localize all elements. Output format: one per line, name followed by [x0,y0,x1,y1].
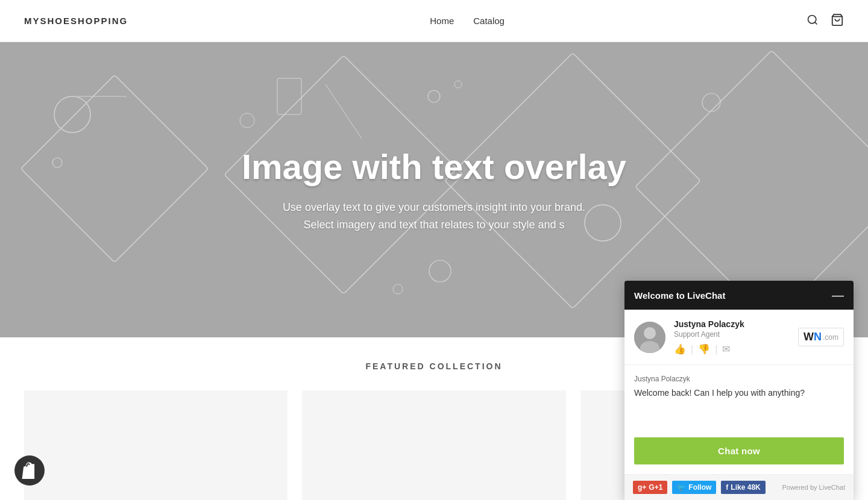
site-header: MYSHOESHOPPING Home Catalog [0,0,868,42]
livechat-title: Welcome to LiveChat [634,290,725,301]
social-buttons: g+ G+1 🐦 Follow f Like 48K [633,481,766,494]
thumbs-down-icon[interactable]: 👎 [698,343,710,355]
livechat-minimize-button[interactable]: — [832,289,844,301]
twitter-icon: 🐦 [677,483,686,492]
agent-avatar-image [634,322,665,353]
livechat-header: Welcome to LiveChat — [624,281,854,310]
header-icons [807,13,844,29]
svg-point-5 [428,90,440,102]
livechat-input-area: Chat now [624,437,854,474]
svg-point-0 [808,15,816,23]
livechat-agent-bar: Justyna Polaczyk Support Agent 👍 | 👎 | ✉… [624,310,854,365]
shopify-button[interactable] [14,455,45,486]
svg-line-17 [326,84,362,139]
svg-point-9 [240,113,254,128]
svg-line-1 [815,22,817,24]
cart-icon[interactable] [831,13,844,29]
livechat-message-area: Justyna Polaczyk Welcome back! Can I hel… [624,365,854,437]
powered-by-label: Powered by LiveChat [782,484,845,491]
message-agent-label: Justyna Polaczyk [634,375,844,383]
agent-actions: 👍 | 👎 | ✉ [674,343,790,355]
product-card[interactable] [24,390,288,500]
svg-point-6 [429,260,451,282]
livechat-footer: g+ G+1 🐦 Follow f Like 48K Powered by Li… [624,474,854,500]
facebook-icon: f [726,483,728,492]
hero-title: Image with text overlay [242,146,626,187]
twitter-follow-button[interactable]: 🐦 Follow [672,481,716,494]
agent-role: Support Agent [674,330,790,339]
svg-point-4 [52,158,62,167]
wn-text: WN [804,331,822,343]
product-card[interactable] [302,390,565,500]
google-plus-icon: g+ [638,483,646,492]
search-icon[interactable] [807,14,819,28]
wn-logo: WN .com [798,328,844,346]
agent-info: Justyna Polaczyk Support Agent 👍 | 👎 | ✉ [674,319,790,355]
svg-point-20 [644,327,656,339]
wn-com: .com [823,333,838,342]
svg-point-3 [54,96,90,133]
main-nav: Home Catalog [430,16,505,26]
agent-avatar [634,322,665,353]
livechat-body: Justyna Polaczyk Support Agent 👍 | 👎 | ✉… [624,310,854,500]
livechat-widget: Welcome to LiveChat — Justyna Polaczyk S… [624,281,854,500]
email-icon[interactable]: ✉ [722,343,730,355]
site-logo[interactable]: MYSHOESHOPPING [24,16,128,26]
hero-subtitle: Use overlay text to give your customers … [242,199,626,234]
facebook-like-button[interactable]: f Like 48K [721,481,765,494]
hero-content: Image with text overlay Use overlay text… [230,146,638,234]
message-text: Welcome back! Can I help you with anythi… [634,387,844,399]
svg-point-8 [702,93,720,111]
chat-now-button[interactable]: Chat now [634,437,844,464]
nav-home[interactable]: Home [430,16,454,26]
google-plus-button[interactable]: g+ G+1 [633,481,667,494]
svg-rect-12 [20,75,208,262]
svg-point-10 [454,81,462,88]
agent-name: Justyna Polaczyk [674,319,790,329]
nav-catalog[interactable]: Catalog [473,16,505,26]
svg-point-11 [393,284,403,294]
thumbs-up-icon[interactable]: 👍 [674,343,686,355]
